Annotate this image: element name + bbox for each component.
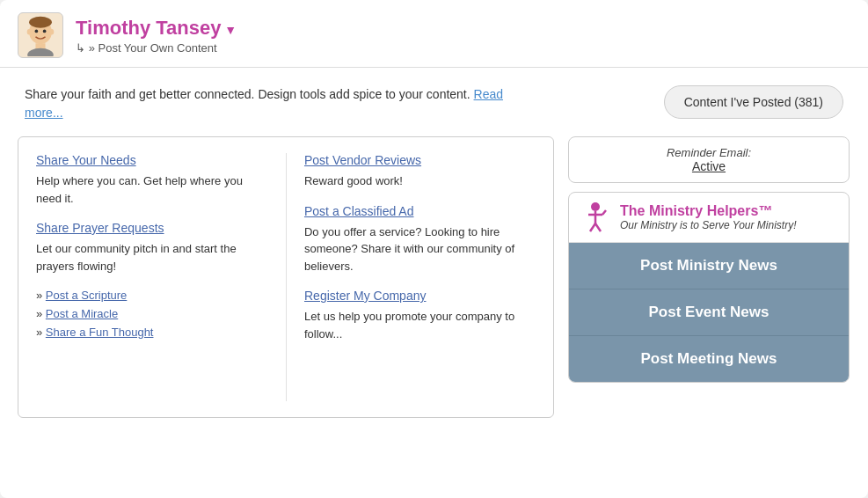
post-event-news-button[interactable]: Post Event News (569, 289, 849, 336)
intro-text: Share your faith and get better connecte… (25, 85, 517, 122)
share-prayer-desc: Let our community pitch in and start the… (36, 240, 268, 275)
left-panel: Share Your Needs Help where you can. Get… (18, 136, 554, 418)
classified-ad-link[interactable]: Post a Classified Ad (304, 204, 536, 218)
page-container: Timothy Tansey ▼ ↳ » Post Your Own Conte… (0, 0, 868, 498)
svg-point-7 (27, 29, 32, 34)
svg-point-6 (43, 30, 47, 33)
vendor-reviews-link[interactable]: Post Vendor Reviews (304, 153, 536, 167)
svg-line-13 (595, 223, 601, 231)
ministry-subtitle: Our Ministry is to Serve Your Ministry! (620, 219, 797, 231)
post-scripture-prefix: » (36, 289, 46, 302)
right-column: Post Vendor Reviews Reward good work! Po… (286, 153, 536, 401)
main-content: Share Your Needs Help where you can. Get… (0, 136, 868, 436)
post-miracle-link[interactable]: Post a Miracle (46, 307, 118, 320)
post-scripture-item: » Post a Scripture (36, 289, 268, 302)
share-fun-thought-link[interactable]: Share a Fun Thought (46, 326, 154, 339)
svg-line-12 (590, 223, 595, 231)
header-text: Timothy Tansey ▼ ↳ » Post Your Own Conte… (76, 17, 237, 55)
share-prayer-link[interactable]: Share Prayer Requests (36, 221, 268, 235)
share-needs-desc: Help where you can. Get help where you n… (36, 172, 268, 207)
share-fun-thought-prefix: » (36, 326, 46, 339)
breadcrumb-separator: » (89, 41, 95, 55)
svg-line-14 (602, 210, 606, 215)
ministry-box: The Ministry Helpers™ Our Ministry is to… (568, 192, 850, 383)
user-name-line: Timothy Tansey ▼ (76, 17, 237, 40)
header: Timothy Tansey ▼ ↳ » Post Your Own Conte… (0, 0, 868, 68)
svg-point-8 (50, 29, 55, 34)
reminder-box: Reminder Email: Active (568, 136, 850, 183)
share-needs-link[interactable]: Share Your Needs (36, 153, 268, 167)
svg-point-9 (591, 202, 600, 211)
ministry-title-block: The Ministry Helpers™ Our Ministry is to… (620, 203, 797, 231)
intro-section: Share your faith and get better connecte… (0, 68, 868, 136)
avatar (18, 12, 63, 58)
share-fun-thought-item: » Share a Fun Thought (36, 326, 268, 339)
dropdown-arrow-icon[interactable]: ▼ (224, 23, 237, 37)
right-sidebar: Reminder Email: Active (568, 136, 850, 418)
ministry-header: The Ministry Helpers™ Our Ministry is to… (569, 193, 849, 243)
vendor-reviews-desc: Reward good work! (304, 172, 536, 190)
post-ministry-news-button[interactable]: Post Ministry News (569, 243, 849, 289)
reminder-status[interactable]: Active (583, 159, 835, 173)
breadcrumb-arrow: ↳ (76, 41, 85, 55)
post-miracle-prefix: » (36, 307, 46, 320)
register-company-link[interactable]: Register My Company (304, 289, 536, 303)
post-miracle-item: » Post a Miracle (36, 307, 268, 320)
svg-point-4 (29, 17, 52, 28)
post-scripture-link[interactable]: Post a Scripture (46, 289, 128, 302)
register-company-desc: Let us help you promote your company to … (304, 308, 536, 342)
post-meeting-news-button[interactable]: Post Meeting News (569, 336, 849, 382)
intro-body: Share your faith and get better connecte… (25, 87, 470, 101)
content-posted-button[interactable]: Content I've Posted (381) (664, 85, 843, 119)
user-name[interactable]: Timothy Tansey (76, 17, 221, 39)
ministry-title: The Ministry Helpers™ (620, 203, 797, 219)
classified-ad-desc: Do you offer a service? Looking to hire … (304, 223, 536, 275)
breadcrumb-label: Post Your Own Content (98, 41, 216, 55)
reminder-label: Reminder Email: (583, 146, 835, 159)
svg-point-5 (35, 30, 39, 33)
ministry-icon (580, 201, 611, 233)
left-column: Share Your Needs Help where you can. Get… (36, 153, 286, 401)
breadcrumb: ↳ » Post Your Own Content (76, 41, 237, 55)
